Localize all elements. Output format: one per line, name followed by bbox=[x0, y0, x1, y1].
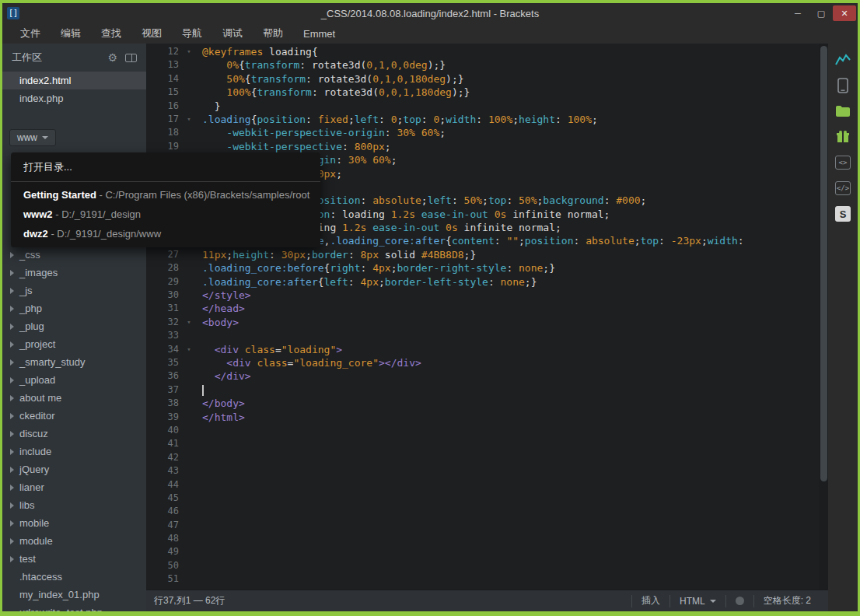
menu-item[interactable]: 查找 bbox=[91, 23, 131, 44]
tree-item[interactable]: ckeditor bbox=[2, 407, 146, 425]
tree-item[interactable]: libs bbox=[2, 496, 146, 514]
tree-item[interactable]: test bbox=[2, 550, 146, 568]
menu-item[interactable]: 帮助 bbox=[253, 23, 293, 44]
gear-icon[interactable]: ⚙ bbox=[107, 52, 117, 63]
code-line[interactable]: 42 bbox=[146, 451, 828, 464]
code-line[interactable]: 17▾.loading{position: fixed;left: 0;top:… bbox=[146, 113, 828, 126]
code-tag-icon[interactable]: <> bbox=[834, 154, 851, 171]
code-text[interactable]: <div class="loading_core"></div> bbox=[194, 356, 828, 369]
tree-item[interactable]: mobile bbox=[2, 514, 146, 532]
code-text[interactable] bbox=[194, 464, 828, 478]
sass-icon[interactable]: S bbox=[834, 205, 851, 222]
recent-project-item[interactable]: www2 - D:/_9191/_design bbox=[11, 205, 320, 224]
menu-item[interactable]: 调试 bbox=[212, 23, 253, 44]
tree-item[interactable]: _project bbox=[2, 335, 146, 353]
code-line[interactable]: 45 bbox=[146, 492, 828, 505]
code-text[interactable] bbox=[194, 572, 828, 586]
code-text[interactable] bbox=[194, 437, 828, 450]
health-chart-icon[interactable] bbox=[834, 51, 851, 68]
code-line[interactable]: 31</head> bbox=[146, 302, 828, 315]
project-folder-icon[interactable] bbox=[834, 103, 851, 120]
code-text[interactable] bbox=[194, 505, 828, 518]
scrollbar[interactable] bbox=[819, 44, 828, 590]
code-text[interactable]: <div class="loading"> bbox=[194, 343, 828, 356]
fold-arrow-icon[interactable]: ▾ bbox=[184, 316, 194, 329]
tree-item[interactable]: _smarty_study bbox=[2, 353, 146, 371]
code-text[interactable] bbox=[194, 424, 828, 437]
code-text[interactable]: .loading{position: fixed;left: 0;top: 0;… bbox=[194, 113, 828, 126]
indent-setting[interactable]: 空格长度: 2 bbox=[753, 595, 820, 607]
code-line[interactable]: 38</body> bbox=[146, 397, 828, 410]
menu-item[interactable]: Emmet bbox=[293, 23, 345, 44]
code-line[interactable]: 34▾ <div class="loading"> bbox=[146, 343, 828, 356]
code-text[interactable]: 0%{transform: rotate3d(0,1,0,0deg);} bbox=[194, 58, 828, 72]
code-line[interactable]: 14 50%{transform: rotate3d(0,1,0,180deg)… bbox=[146, 72, 828, 86]
code-text[interactable]: </style> bbox=[194, 289, 828, 302]
tree-item[interactable]: _php bbox=[2, 299, 146, 317]
code-text[interactable]: } bbox=[194, 100, 828, 113]
language-mode-dropdown[interactable]: HTML bbox=[669, 595, 725, 607]
code-text[interactable]: -webkit-perspective: 800px; bbox=[194, 140, 828, 153]
code-text[interactable]: 50%{transform: rotate3d(0,1,0,180deg);} bbox=[194, 72, 828, 86]
code-text[interactable] bbox=[194, 383, 828, 397]
code-line[interactable]: 37 bbox=[146, 383, 828, 397]
tree-item[interactable]: _js bbox=[2, 282, 146, 299]
fold-arrow-icon[interactable]: ▾ bbox=[184, 113, 194, 126]
code-text[interactable]: </html> bbox=[194, 411, 828, 424]
code-line[interactable]: 18 -webkit-perspective-origin: 30% 60%; bbox=[146, 126, 828, 139]
code-text[interactable]: 11px;height: 30px;border: 8px solid #4BB… bbox=[194, 248, 828, 261]
code-line[interactable]: 40 bbox=[146, 424, 828, 437]
code-editor[interactable]: 12▾@keyframes loading{13 0%{transform: r… bbox=[146, 44, 828, 590]
tree-item[interactable]: _upload bbox=[2, 371, 146, 389]
code-text[interactable] bbox=[194, 559, 828, 572]
code-line[interactable]: 29.loading_core:after{left: 4px;border-l… bbox=[146, 275, 828, 289]
code-line[interactable]: 41 bbox=[146, 437, 828, 450]
tree-item[interactable]: jQuery bbox=[2, 460, 146, 478]
menu-item[interactable]: 文件 bbox=[10, 23, 51, 44]
tree-item[interactable]: discuz bbox=[2, 425, 146, 443]
mobile-preview-icon[interactable] bbox=[834, 77, 851, 94]
code-line[interactable]: 30</style> bbox=[146, 289, 828, 302]
code-line[interactable]: 16 } bbox=[146, 100, 828, 113]
menu-item[interactable]: 编辑 bbox=[51, 23, 91, 44]
code-text[interactable] bbox=[194, 492, 828, 505]
code-line[interactable]: 49 bbox=[146, 545, 828, 558]
tree-item[interactable]: urlrewrite_test.php bbox=[2, 604, 146, 611]
code-text[interactable] bbox=[194, 519, 828, 532]
menu-item[interactable]: 视图 bbox=[131, 23, 172, 44]
scrollbar-thumb[interactable] bbox=[820, 46, 827, 481]
tree-item[interactable]: _images bbox=[2, 264, 146, 282]
tree-item[interactable]: module bbox=[2, 532, 146, 550]
code-text[interactable]: .loading_core:before{right: 4px;border-r… bbox=[194, 261, 828, 275]
code-line[interactable]: 43 bbox=[146, 464, 828, 478]
code-line[interactable]: 51 bbox=[146, 572, 828, 586]
code-line[interactable]: 2711px;height: 30px;border: 8px solid #4… bbox=[146, 248, 828, 261]
menu-item[interactable]: 导航 bbox=[172, 23, 212, 44]
code-line[interactable]: 28.loading_core:before{right: 4px;border… bbox=[146, 261, 828, 275]
code-text[interactable] bbox=[194, 532, 828, 545]
code-text[interactable] bbox=[194, 451, 828, 464]
recent-project-item[interactable]: Getting Started - C:/Program Files (x86)… bbox=[11, 185, 320, 205]
code-line[interactable]: 48 bbox=[146, 532, 828, 545]
tree-item[interactable]: lianer bbox=[2, 478, 146, 496]
code-line[interactable]: 12▾@keyframes loading{ bbox=[146, 45, 828, 58]
code-text[interactable]: </div> bbox=[194, 369, 828, 383]
code-text[interactable]: @keyframes loading{ bbox=[194, 45, 828, 58]
maximize-button[interactable]: ▢ bbox=[809, 5, 833, 21]
open-directory-item[interactable]: 打开目录... bbox=[11, 156, 320, 178]
close-button[interactable]: ✕ bbox=[833, 5, 856, 21]
code-line[interactable]: 13 0%{transform: rotate3d(0,1,0,0deg);} bbox=[146, 58, 828, 72]
code-text[interactable]: </body> bbox=[194, 397, 828, 410]
code-line[interactable]: 33 bbox=[146, 329, 828, 342]
lint-status-cell[interactable] bbox=[725, 595, 753, 607]
recent-project-item[interactable]: dwz2 - D:/_9191/_design/www bbox=[11, 224, 320, 243]
code-line[interactable]: 15 100%{transform: rotate3d(0,0,1,180deg… bbox=[146, 86, 828, 99]
working-file[interactable]: index2.html bbox=[2, 72, 146, 89]
tree-item[interactable]: _css bbox=[2, 246, 146, 264]
minimize-button[interactable]: ─ bbox=[786, 5, 809, 21]
code-text[interactable]: <body> bbox=[194, 316, 828, 329]
fold-arrow-icon[interactable]: ▾ bbox=[184, 343, 194, 356]
code-closetag-icon[interactable]: </> bbox=[834, 180, 851, 197]
code-line[interactable]: 32▾<body> bbox=[146, 316, 828, 329]
code-line[interactable]: 19 -webkit-perspective: 800px; bbox=[146, 140, 828, 153]
